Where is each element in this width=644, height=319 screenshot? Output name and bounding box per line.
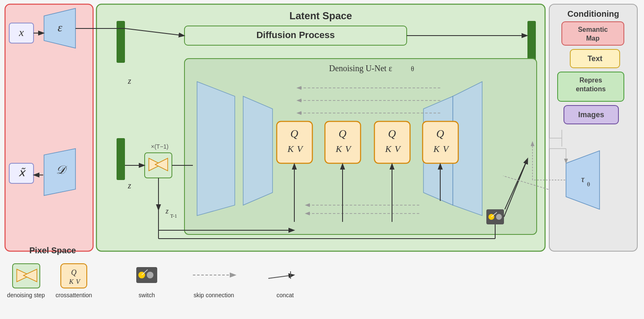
qkv-K1: K [287, 144, 294, 154]
z-T-minus1-sub: T-1 [170, 213, 177, 219]
svg-marker-17 [197, 82, 235, 216]
qkv-Q2: Q [339, 128, 347, 140]
times-T-label: ×(T−1) [151, 143, 169, 150]
qkv-Q3: Q [388, 128, 396, 140]
legend-crossattention: crossattention [55, 292, 92, 298]
qkv-K2: K [335, 144, 343, 154]
diffusion-process-label: Diffusion Process [256, 30, 335, 40]
pixel-space-label: Pixel Space [29, 246, 76, 255]
svg-point-44 [496, 214, 502, 220]
svg-rect-9 [117, 138, 125, 180]
z-label-left-bottom: z [127, 181, 131, 190]
legend-switch: switch [139, 292, 155, 298]
svg-rect-8 [117, 21, 125, 63]
unet-theta: θ [411, 65, 414, 72]
x-symbol: x [18, 26, 24, 39]
encoder-symbol: ε [57, 21, 62, 34]
svg-rect-10 [527, 21, 536, 63]
latent-space-label: Latent Space [289, 10, 352, 21]
unet-label: Denoising U-Net ε [329, 64, 392, 73]
legend-skip-connection: skip connection [194, 292, 234, 298]
tau-symbol: τ [581, 174, 585, 184]
legend-Q: Q [71, 268, 77, 277]
svg-point-71 [147, 272, 153, 278]
qkv-K3: K [385, 144, 392, 154]
semantic-map-label2: Map [586, 35, 600, 42]
images-label: Images [578, 111, 604, 119]
conditioning-label: Conditioning [567, 9, 619, 18]
repr-label1: Repres [579, 77, 602, 84]
qkv-K4: K [433, 144, 440, 154]
qkv-Q4: Q [436, 128, 444, 140]
legend-concat: concat [276, 292, 293, 298]
legend-denoising-step: denoising step [7, 292, 45, 298]
semantic-map-label: Semantic [578, 26, 608, 33]
tau-theta-sub: θ [587, 181, 590, 188]
legend-K: K [69, 278, 74, 285]
svg-line-74 [268, 275, 293, 278]
z-label-left: z [127, 76, 131, 85]
text-label: Text [587, 54, 602, 63]
repr-label2: entations [576, 85, 605, 93]
qkv-Q1: Q [291, 128, 299, 140]
svg-marker-18 [243, 96, 273, 205]
z-T-minus1-label: z [165, 207, 169, 215]
